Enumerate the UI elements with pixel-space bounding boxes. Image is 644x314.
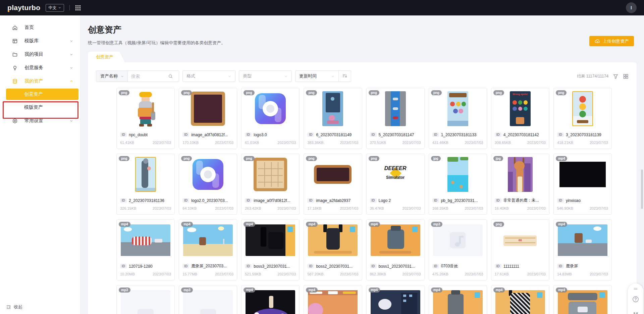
sidebar-item-template-library[interactable]: 模版库 (0, 34, 80, 48)
id-pill: ID (307, 264, 314, 268)
sort-order-button[interactable] (338, 71, 351, 82)
asset-card[interactable]: mp4IDboss3_202307031...521.59KB2023/07/0… (241, 219, 300, 280)
asset-card[interactable]: mp4ID鹿录屏_20230703...15.77MB2023/07/03 (179, 219, 237, 280)
asset-card[interactable]: pngIDimage_a2fdab293717.18KB2023/07/03 (304, 154, 362, 215)
user-avatar[interactable]: I (626, 2, 637, 13)
search-input[interactable] (131, 74, 168, 79)
asset-thumbnail-area: mp4 (304, 220, 362, 261)
asset-card[interactable]: mp4 (241, 285, 300, 314)
page-scrollbar-thumb[interactable] (641, 169, 643, 209)
asset-card[interactable]: pngIDlogo2.0_20230703...64.10KB2023/07/0… (179, 154, 237, 215)
language-selector[interactable]: 中文 (46, 4, 64, 12)
type-filter-select[interactable]: 类型 (239, 70, 292, 82)
asset-thumbnail (308, 290, 358, 314)
sidebar-item-home[interactable]: 首页 (0, 21, 80, 34)
asset-card[interactable]: mp3 (116, 285, 175, 314)
asset-card[interactable]: pngIDimage_a0f7d0812f...170.10KB2023/07/… (179, 88, 237, 149)
apps-grid-icon[interactable] (75, 5, 81, 11)
asset-card[interactable]: pngID2_20230703181136326.15KB2023/07/03 (116, 154, 175, 215)
upload-assets-button[interactable]: 上传创意资产 (589, 36, 634, 46)
thumb-layer (449, 93, 467, 97)
tab-creative-assets[interactable]: 创意资产 (88, 52, 125, 62)
app-logo-text: playturbo (7, 4, 40, 11)
search-control: 资产名称 (96, 70, 179, 82)
asset-card[interactable]: mp4 (491, 285, 549, 314)
grid-view-icon (623, 73, 629, 79)
asset-date: 2023/07/03 (527, 272, 546, 276)
asset-card[interactable]: mp4IDboss1_202307031...862.38KB2023/07/0… (366, 219, 425, 280)
asset-card[interactable]: pngID1_20230703181133431.46KB2023/07/03 (429, 88, 487, 149)
asset-name: 5_20230703181147 (379, 133, 414, 137)
asset-thumbnail (135, 157, 156, 192)
asset-card[interactable]: pngDEEEERSimulatorIDLogo 236.47KB2023/07… (366, 154, 425, 215)
sidebar-item-common-settings[interactable]: 常用设置 (0, 114, 80, 127)
asset-card[interactable]: pngIDnpc_doubt61.41KB2023/07/03 (116, 88, 175, 149)
asset-date: 2023/07/03 (277, 272, 296, 276)
asset-card[interactable]: mp4 (429, 285, 487, 314)
thumb-layer (261, 227, 267, 247)
asset-card[interactable]: png88ID1111111117.61KB2023/07/03 (491, 219, 549, 280)
asset-card[interactable]: pngIDlogo3.061.01KB2023/07/03 (241, 88, 300, 149)
thumb-layer (152, 102, 154, 113)
asset-card[interactable]: mp4IDyinxioao546.90KB2023/07/03 (553, 154, 612, 215)
asset-card[interactable]: jpgIDpb_bg_202307031...168.35KB2023/07/0… (429, 154, 487, 215)
asset-id-row: IDpb_bg_202307031... (432, 198, 483, 203)
sidebar-subitem-template-assets[interactable]: 模版资产 (0, 101, 80, 114)
asset-size: 15.77MB (182, 272, 197, 276)
asset-card[interactable]: mp4ID120719-128010.20MB2023/07/03 (116, 219, 175, 280)
drag-handle-icon[interactable] (633, 287, 638, 291)
asset-size: 431.46KB (432, 141, 448, 145)
thumb-layer (537, 292, 542, 298)
thumb-layer (343, 292, 356, 294)
asset-card[interactable]: mp3ID0703音效475.26KB2023/07/03 (429, 219, 487, 280)
thumb-layer (138, 309, 153, 314)
asset-card[interactable]: mp4 (553, 285, 612, 314)
asset-card[interactable]: mp4 (366, 285, 425, 314)
sidebar-item-my-assets[interactable]: 我的资产 (0, 74, 80, 88)
thumb-layer (475, 292, 480, 298)
asset-card[interactable]: jpgID非常普通的鹿：未...16.40KB2023/07/03 (491, 154, 549, 215)
update-time-select[interactable]: 更新时间 (296, 73, 338, 79)
sidebar-item-creative-services[interactable]: 创意服务 (0, 61, 80, 74)
asset-card[interactable]: mp4IDboss2_202307031...587.20KB2023/07/0… (304, 219, 362, 280)
asset-card[interactable]: mp4 (304, 285, 362, 314)
thumb-layer (455, 242, 460, 247)
asset-thumbnail (371, 290, 420, 314)
thumb-layer (447, 175, 468, 192)
help-question-icon[interactable] (632, 296, 639, 303)
search-field-selector[interactable]: 资产名称 (96, 71, 128, 82)
m-tool-button[interactable]: M (633, 311, 638, 314)
sidebar-subitem-label: 模版资产 (24, 104, 43, 110)
asset-info: ID1_20230703181133431.46KB2023/07/03 (429, 129, 487, 149)
asset-info: IDboss1_202307031...862.38KB2023/07/03 (367, 261, 424, 280)
asset-info: IDimage_a0f7d0812f...263.42KB2023/07/03 (241, 195, 299, 214)
asset-id-row: ID3_20230703181139 (557, 132, 608, 138)
asset-card[interactable]: pngWrong spots!ID4_20230703181142308.65K… (491, 88, 549, 149)
asset-thumbnail (254, 158, 287, 191)
format-badge: mp4 (306, 222, 318, 227)
asset-card[interactable]: pngID6_20230703181149383.36KB2023/07/03 (304, 88, 362, 149)
asset-card[interactable]: pngID3_20230703181139418.21KB2023/07/03 (553, 88, 612, 149)
asset-card[interactable]: pngID5_20230703181147370.51KB2023/07/03 (366, 88, 425, 149)
sidebar-item-my-projects[interactable]: 我的项目 (0, 48, 80, 61)
filter-funnel-button[interactable] (613, 73, 619, 79)
asset-card[interactable]: mp4ID鹿录屏14.83MB2023/07/03 (553, 219, 612, 280)
sidebar-subitem-creative-assets-selected[interactable]: 创意资产 (6, 89, 78, 100)
asset-thumbnail-area: mp4 (554, 285, 611, 314)
asset-card[interactable]: mp3 (179, 285, 237, 314)
format-filter-select[interactable]: 格式 (182, 70, 235, 82)
id-pill: ID (432, 198, 439, 203)
grid-view-button[interactable] (623, 73, 629, 79)
id-pill: ID (120, 264, 127, 268)
thumb-layer (447, 121, 468, 126)
asset-id-row: ID6_20230703181149 (307, 132, 358, 138)
template-icon (12, 38, 18, 44)
asset-name: 1_20230703181133 (441, 133, 477, 137)
asset-size: 418.21KB (557, 141, 573, 145)
asset-card[interactable]: pngIDimage_a0f7d0812f...263.42KB2023/07/… (241, 154, 300, 215)
sidebar-collapse-button[interactable]: 收起 (6, 304, 22, 310)
asset-thumbnail (246, 224, 295, 256)
thumb-layer (578, 307, 588, 312)
thumb-layer (314, 251, 352, 254)
search-icon[interactable] (168, 74, 173, 79)
